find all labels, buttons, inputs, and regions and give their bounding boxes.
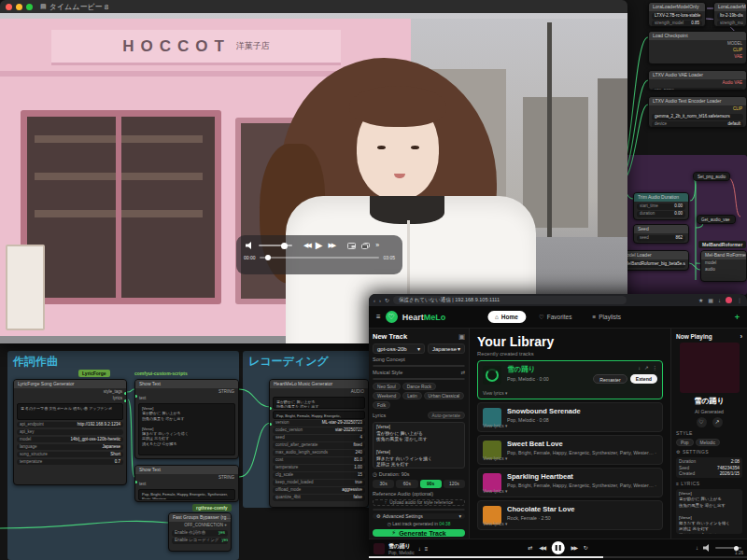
node-set-png-audio[interactable]: Set_png_audio bbox=[693, 172, 730, 181]
node-heartmelo-music-generator[interactable]: HeartMeLo Music Generator AUDIO 雪が静かに 舞い… bbox=[269, 379, 369, 508]
previous-icon[interactable]: ◀◀ bbox=[539, 544, 544, 552]
pause-button[interactable] bbox=[552, 541, 565, 554]
fast-forward-button[interactable]: ▶▶ bbox=[328, 241, 334, 250]
input-audio[interactable]: audio bbox=[701, 266, 746, 273]
volume-slider[interactable] bbox=[259, 245, 292, 246]
address-bar[interactable]: 保護されていない通信 | 192.168.9.105:1111 bbox=[393, 296, 627, 304]
input-model[interactable]: model bbox=[701, 259, 746, 266]
output-model[interactable]: MODEL bbox=[649, 40, 746, 47]
favorite-button[interactable]: ♡ bbox=[697, 417, 707, 427]
volume-icon[interactable] bbox=[703, 544, 711, 552]
lyrics-input-widget[interactable]: 雪が静かに 舞い上がる 街角の風景を 溶かし出す bbox=[273, 397, 365, 409]
track-row[interactable]: Sweet Beat Love Pop, Bright, Female, Hap… bbox=[477, 435, 663, 465]
prompt-widget[interactable]: 雪 冬のテーマ曲 女性ボーカル 明るい曲 アップテンポ bbox=[17, 403, 123, 420]
zoom-button[interactable] bbox=[26, 4, 33, 10]
upload-dropzone[interactable]: ↑Upload audio for style reference bbox=[373, 499, 465, 506]
style-chip[interactable]: Dance Rock bbox=[402, 383, 436, 390]
output-clip[interactable]: CLIP bbox=[649, 105, 746, 112]
node-seed[interactable]: Seed seed862 bbox=[633, 224, 689, 244]
collapse-icon[interactable]: › bbox=[740, 333, 742, 340]
input-text[interactable]: text bbox=[135, 395, 238, 401]
edit-icon[interactable]: ✎ bbox=[456, 365, 460, 367]
node-melband-roformer[interactable]: Mel-Band RoFormer (S… model audio bbox=[700, 250, 747, 282]
view-lyrics-link[interactable]: View lyrics ▾ bbox=[483, 424, 507, 428]
output-string[interactable]: STRING bbox=[135, 388, 238, 395]
view-lyrics-link[interactable]: View lyrics ▾ bbox=[483, 522, 507, 526]
style-chip[interactable]: Urban Classical bbox=[424, 392, 465, 399]
node-trim-audio-duration[interactable]: Trim Audio Duration start_time0.00 durat… bbox=[633, 192, 689, 220]
duration-60s[interactable]: 60s bbox=[396, 480, 417, 488]
volume-slider[interactable] bbox=[715, 547, 741, 549]
app-logo[interactable]: ♡ bbox=[386, 311, 398, 323]
video-titlebar[interactable]: ▤ タイムムービー 8 bbox=[0, 0, 627, 13]
download-icon[interactable]: ↓ bbox=[638, 365, 641, 371]
seek-bar[interactable] bbox=[260, 257, 380, 259]
forward-icon[interactable]: › bbox=[379, 297, 381, 304]
toggle-recording[interactable]: Enable レコーディングyes bbox=[172, 538, 228, 544]
view-lyrics-link[interactable]: View lyrics ▾ bbox=[483, 456, 507, 461]
more-icon[interactable]: ⋮ bbox=[653, 365, 658, 371]
seek-bar[interactable] bbox=[369, 556, 747, 558]
extend-button[interactable]: Extend bbox=[630, 374, 657, 384]
share-button[interactable]: ↗ bbox=[712, 417, 723, 427]
style-chip[interactable]: Melodic bbox=[696, 439, 721, 446]
output-style-tags[interactable]: style_tags bbox=[14, 388, 126, 395]
node-lora-loader-a[interactable]: LoraLoaderModelOnly LTXV-2.7B-rc-lora-st… bbox=[648, 2, 706, 27]
collapse-panel-icon[interactable]: ▣ bbox=[458, 332, 465, 341]
style-chip[interactable]: Weekend bbox=[373, 392, 401, 399]
style-chip[interactable]: Latin bbox=[402, 392, 421, 399]
track-url-input[interactable]: or paste a track URL (optional) bbox=[373, 509, 465, 511]
reload-icon[interactable]: ↻ bbox=[385, 297, 389, 304]
output-clip[interactable]: CLIP bbox=[649, 47, 746, 53]
now-playing-lyrics[interactable]: [Verse] 雪が静かに 舞い上がる 街角の風景を 溶かし出す [Verse]… bbox=[676, 489, 742, 534]
node-show-text-tags[interactable]: Show Text STRING text Pop, Bright, Femal… bbox=[134, 465, 239, 502]
minimize-button[interactable] bbox=[16, 4, 22, 10]
output-vae[interactable]: VAE bbox=[649, 53, 746, 60]
language-select[interactable]: Japanese▾ bbox=[428, 343, 465, 354]
share-icon[interactable]: ↗ bbox=[644, 365, 649, 371]
output-lyrics[interactable]: lyrics bbox=[14, 395, 126, 401]
next-icon[interactable]: ▶▶ bbox=[571, 544, 577, 552]
node-ltxv-audio-vae-loader[interactable]: LTXV Audio VAE Loader Audio VAE vae_name bbox=[648, 70, 747, 91]
node-show-text-lyrics[interactable]: Show Text STRING text [Verse] 雪が静かに 舞い上が… bbox=[134, 379, 239, 459]
back-icon[interactable]: ‹ bbox=[374, 297, 375, 304]
tab-playlists[interactable]: ≡ Playlists bbox=[585, 311, 628, 323]
node-ltxv-text-encoder-loader[interactable]: LTXV Audio Text Encoder Loader CLIP gemm… bbox=[648, 96, 747, 128]
track-row[interactable]: Sparkling Heartbeat Pop, Bright, Female,… bbox=[477, 468, 663, 497]
node-get-audio-vae[interactable]: Get_audio_vae bbox=[697, 215, 736, 224]
track-row-generating[interactable]: 雪の踊り Pop, Melodic · 0:00 ↓ ↗ ⋮ Remaster … bbox=[477, 360, 663, 399]
generate-track-button[interactable]: ⚡Generate Track bbox=[373, 529, 465, 537]
volume-icon[interactable] bbox=[246, 242, 253, 249]
remaster-button[interactable]: Remaster bbox=[593, 374, 627, 384]
node-model-loader[interactable]: Model Loader MelBandRoformer_big_beta5e.… bbox=[618, 250, 689, 271]
add-icon[interactable]: + bbox=[735, 313, 740, 322]
output-audio[interactable]: AUDIO bbox=[270, 388, 368, 395]
pip-icon[interactable] bbox=[347, 243, 356, 249]
toggle-songwriting[interactable]: Enable 作詞作曲yes bbox=[172, 530, 228, 537]
browser-menu-icon[interactable]: ⋮ bbox=[737, 297, 742, 303]
node-fast-groups-bypasser[interactable]: Fast Groups Bypasser (rg… OFF_CONNECTION… bbox=[168, 512, 232, 552]
style-input[interactable]: Pop, Melodic bbox=[373, 378, 465, 380]
lyrics-textarea[interactable]: [Verse] 雪が静かに 舞い上がる 街角の風景を 溶かし出す [Verse]… bbox=[373, 422, 465, 469]
track-row[interactable]: Chocolate Star Love Rock, Female · 2:50 … bbox=[477, 500, 663, 530]
play-button[interactable]: ▶ bbox=[316, 241, 323, 250]
tab-favorites[interactable]: ♡ Favorites bbox=[531, 311, 580, 323]
duration-30s[interactable]: 30s bbox=[373, 480, 394, 488]
queue-icon[interactable]: ≡ bbox=[425, 545, 429, 553]
shuffle-style-icon[interactable]: ⇄ bbox=[460, 370, 465, 375]
input-text[interactable]: text bbox=[135, 481, 238, 487]
autogenerate-button[interactable]: Auto-generate bbox=[428, 412, 465, 419]
track-row[interactable]: Snowbound Serenade Pop, Melodic · 0:08 V… bbox=[477, 402, 663, 432]
menu-icon[interactable]: ≡ bbox=[376, 314, 381, 321]
node-lyricforge-song-generator[interactable]: LyricForge Song Generator style_tags lyr… bbox=[13, 379, 127, 485]
style-chip[interactable]: Pop bbox=[676, 439, 694, 446]
output-string[interactable]: STRING bbox=[135, 474, 238, 481]
style-chip[interactable]: Folk bbox=[373, 401, 390, 409]
profile-avatar[interactable] bbox=[726, 297, 732, 303]
tags-input-widget[interactable]: Pop, Bright, Female, Happy, Energetic, S… bbox=[273, 411, 365, 419]
rewind-button[interactable]: ◀◀ bbox=[303, 241, 310, 250]
shuffle-icon[interactable]: ⇄ bbox=[528, 544, 532, 552]
download-icon[interactable]: ↓ bbox=[696, 544, 698, 552]
tab-home[interactable]: ⌂ Home bbox=[487, 311, 526, 323]
style-chip[interactable]: Neo Soul bbox=[373, 383, 401, 390]
